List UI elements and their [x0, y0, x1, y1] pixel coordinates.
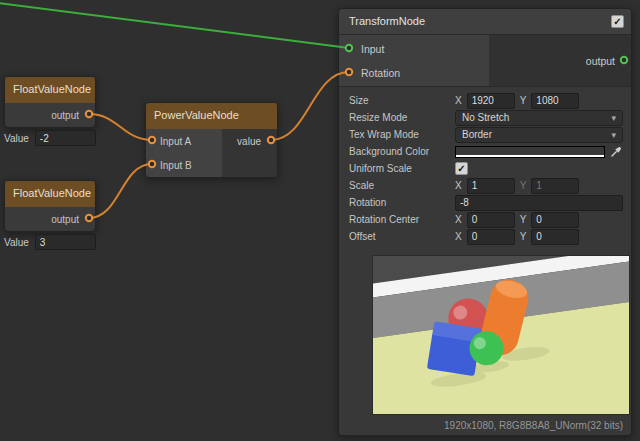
node-title[interactable]: FloatValueNode — [5, 77, 95, 103]
rotation-center-x-input[interactable] — [467, 212, 515, 228]
rotation-label: Rotation — [349, 197, 455, 208]
x-axis-label: X — [455, 214, 462, 225]
tex-wrap-row: Tex Wrap Mode Border ▾ — [349, 126, 623, 143]
node-title: TransformNode — [349, 15, 425, 27]
rotation-center-label: Rotation Center — [349, 214, 455, 225]
node-floatvalue-1[interactable]: FloatValueNode output — [4, 76, 96, 128]
chevron-down-icon: ▾ — [611, 113, 616, 123]
node-title[interactable]: FloatValueNode — [5, 181, 95, 207]
x-axis-label: X — [455, 95, 462, 106]
background-color-label: Background Color — [349, 146, 455, 157]
chevron-down-icon: ▾ — [611, 130, 616, 140]
texture-format-info: 1920x1080, R8G8B8A8_UNorm(32 bits) — [339, 415, 631, 435]
edge-texture-to-input[interactable] — [0, 2, 349, 48]
edge-float1-to-inputA[interactable] — [89, 114, 152, 140]
texture-preview — [372, 255, 630, 415]
rotation-center-row: Rotation Center X Y — [349, 211, 623, 228]
size-y-input[interactable] — [531, 93, 579, 109]
node-title[interactable]: PowerValueNode — [146, 103, 277, 129]
inputB-port-label: Input B — [160, 160, 192, 171]
resize-mode-value: No Stretch — [462, 112, 509, 123]
uniform-scale-checkbox[interactable]: ✓ — [455, 162, 468, 175]
y-axis-label: Y — [520, 180, 527, 191]
floatvalue-1-value-row: Value — [4, 130, 96, 146]
value-label: Value — [4, 133, 29, 144]
output-port-label: output — [51, 214, 79, 225]
offset-row: Offset X Y — [349, 228, 623, 245]
resize-mode-dropdown[interactable]: No Stretch ▾ — [455, 110, 623, 126]
x-axis-label: X — [455, 231, 462, 242]
input-port-label: Input — [361, 43, 384, 55]
node-floatvalue-2[interactable]: FloatValueNode output — [4, 180, 96, 232]
scale-x-input[interactable] — [467, 178, 515, 194]
node-transform[interactable]: TransformNode ✓ Input Rotation output Si… — [338, 8, 632, 436]
y-axis-label: Y — [520, 214, 527, 225]
eyedropper-icon[interactable] — [610, 145, 623, 158]
resize-mode-label: Resize Mode — [349, 112, 455, 123]
tex-wrap-value: Border — [462, 129, 492, 140]
scale-label: Scale — [349, 180, 455, 191]
rotation-input[interactable] — [455, 195, 623, 211]
offset-label: Offset — [349, 231, 455, 242]
floatvalue-2-value-row: Value — [4, 234, 96, 250]
scale-y-input — [531, 178, 579, 194]
background-color-row: Background Color — [349, 143, 623, 160]
output-port-label: output — [586, 55, 615, 67]
tex-wrap-label: Tex Wrap Mode — [349, 129, 455, 140]
tex-wrap-dropdown[interactable]: Border ▾ — [455, 127, 623, 143]
float1-value-input[interactable] — [35, 130, 96, 146]
y-axis-label: Y — [520, 95, 527, 106]
value-label: Value — [4, 237, 29, 248]
uniform-scale-label: Uniform Scale — [349, 163, 455, 174]
scale-row: Scale X Y — [349, 177, 623, 194]
size-label: Size — [349, 95, 455, 106]
uniform-scale-row: Uniform Scale ✓ — [349, 160, 623, 177]
inputA-port-label: Input A — [160, 136, 191, 147]
rotation-row: Rotation — [349, 194, 623, 211]
offset-y-input[interactable] — [531, 229, 579, 245]
check-icon: ✓ — [457, 164, 465, 174]
node-powervalue[interactable]: PowerValueNode Input A Input B value — [145, 102, 278, 178]
background-color-swatch[interactable] — [455, 146, 605, 158]
check-icon: ✓ — [613, 17, 621, 27]
size-row: Size X Y — [349, 92, 623, 109]
node-graph-canvas[interactable]: FloatValueNode output Value FloatValueNo… — [0, 0, 640, 441]
size-x-input[interactable] — [467, 93, 515, 109]
output-port-label: output — [51, 110, 79, 121]
preview-image — [373, 256, 630, 415]
rotation-port-label: Rotation — [361, 67, 400, 79]
offset-x-input[interactable] — [467, 229, 515, 245]
node-enabled-checkbox[interactable]: ✓ — [611, 15, 624, 28]
x-axis-label: X — [455, 180, 462, 191]
float2-value-input[interactable] — [35, 234, 96, 250]
edge-float2-to-inputB[interactable] — [89, 164, 152, 218]
rotation-center-y-input[interactable] — [531, 212, 579, 228]
resize-mode-row: Resize Mode No Stretch ▾ — [349, 109, 623, 126]
value-port-label: value — [237, 136, 261, 147]
y-axis-label: Y — [520, 231, 527, 242]
